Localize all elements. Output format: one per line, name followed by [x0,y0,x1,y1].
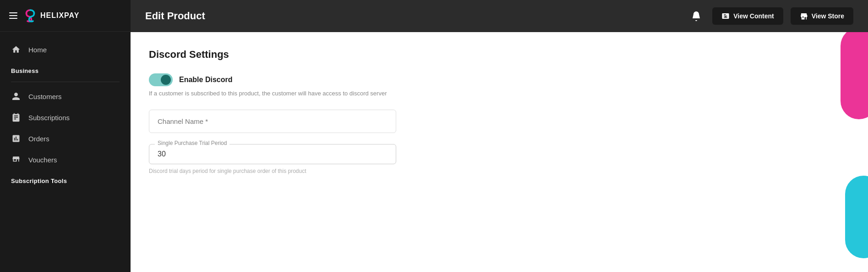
logo-text: HELIXPAY [40,11,79,20]
section-title: Discord Settings [149,49,850,61]
sidebar-nav: Home Business Customers Subscriptions Or… [0,32,131,272]
main-area: Edit Product View Content View Store Dis… [131,0,868,272]
view-store-button[interactable]: View Store [791,7,853,25]
view-store-icon [800,12,808,20]
sidebar-item-subscriptions-label: Subscriptions [28,114,70,122]
sidebar-item-customers[interactable]: Customers [0,86,131,107]
sidebar-header: HELIXPAY [0,0,131,32]
orders-icon [11,133,21,144]
vouchers-icon [11,155,21,165]
page-title: Edit Product [145,10,678,22]
view-content-button[interactable]: View Content [712,7,783,25]
decorative-shapes [836,32,868,272]
toggle-description: If a customer is subscribed to this prod… [149,90,850,97]
sidebar-item-vouchers[interactable]: Vouchers [0,149,131,170]
sidebar-item-orders-label: Orders [28,135,49,143]
customers-icon [11,91,21,101]
sidebar-section-subscription-tools: Subscription Tools [0,170,131,188]
helixpay-logo-icon [23,8,38,23]
sidebar-item-subscriptions[interactable]: Subscriptions [0,107,131,128]
home-icon [11,44,21,55]
trial-period-input[interactable] [158,148,388,158]
notification-icon[interactable] [688,7,705,25]
view-content-icon [721,12,730,20]
enable-discord-toggle[interactable] [149,73,173,86]
toggle-label: Enable Discord [179,76,232,84]
channel-name-input[interactable] [149,110,396,133]
sidebar-item-home[interactable]: Home [0,39,131,60]
view-store-label: View Store [812,12,844,20]
sidebar: HELIXPAY Home Business Customers Subscri… [0,0,131,272]
sidebar-item-vouchers-label: Vouchers [28,156,57,164]
trial-period-label: Single Purchase Trial Period [155,140,229,146]
top-header: Edit Product View Content View Store [131,0,868,32]
nav-divider-business [11,82,120,82]
trial-period-hint: Discord trial days period for single pur… [149,168,396,174]
channel-name-field [149,110,396,133]
sidebar-item-orders[interactable]: Orders [0,128,131,149]
hamburger-icon[interactable] [9,12,17,19]
logo-container: HELIXPAY [23,8,79,23]
toggle-row: Enable Discord [149,73,850,86]
header-actions: View Content View Store [688,7,853,25]
content-area: Discord Settings Enable Discord If a cus… [131,32,868,272]
sidebar-item-customers-label: Customers [28,93,62,100]
content-card: Discord Settings Enable Discord If a cus… [131,32,868,272]
subscriptions-icon [11,112,21,122]
sidebar-section-business: Business [0,60,131,78]
trial-period-field: Single Purchase Trial Period [149,144,396,164]
sidebar-item-home-label: Home [28,46,47,54]
view-content-label: View Content [733,12,774,20]
